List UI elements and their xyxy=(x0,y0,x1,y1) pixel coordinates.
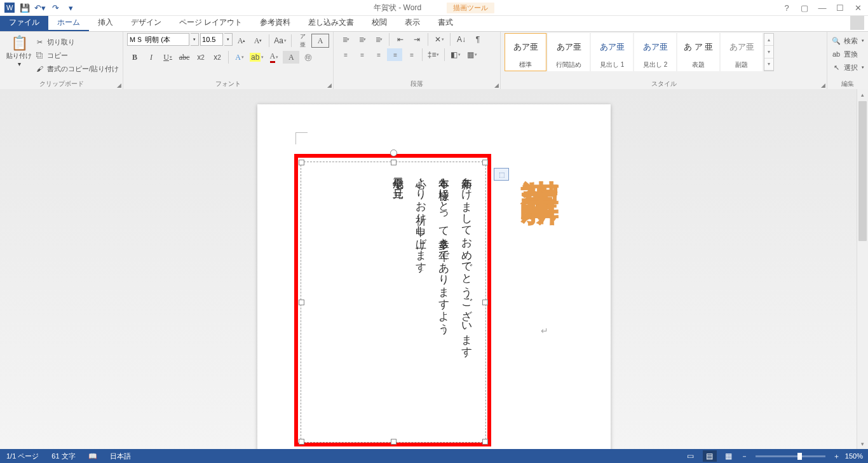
shrink-font-button[interactable]: A▾ xyxy=(250,34,266,47)
chevron-down-icon[interactable]: ▾ xyxy=(224,33,233,46)
resize-handle[interactable] xyxy=(299,160,304,165)
tab-page-layout[interactable]: ページ レイアウト xyxy=(170,14,251,31)
qat-customize-icon[interactable]: ▾ xyxy=(64,1,78,15)
help-icon[interactable]: ? xyxy=(780,3,793,13)
resize-handle[interactable] xyxy=(391,439,397,445)
style-title[interactable]: あ ア 亜表題 xyxy=(677,33,719,71)
print-layout-icon[interactable]: ▤ xyxy=(703,450,717,462)
tab-insert[interactable]: 挿入 xyxy=(89,14,122,31)
font-size-input[interactable] xyxy=(200,33,223,46)
scroll-up-icon[interactable]: ▴ xyxy=(857,89,868,100)
expand-gallery-icon[interactable]: ▾ xyxy=(764,59,773,71)
style-gallery-scroll[interactable]: ▴▾▾ xyxy=(764,33,774,71)
zoom-in-icon[interactable]: ＋ xyxy=(833,452,840,461)
layout-options-icon[interactable]: ⬚ xyxy=(494,168,509,181)
tab-file[interactable]: ファイル xyxy=(0,14,48,31)
page-count[interactable]: 1/1 ページ xyxy=(0,452,45,461)
align-center-v-button[interactable]: ≡ xyxy=(354,48,369,61)
asian-layout-button[interactable]: ✕▾ xyxy=(431,33,447,46)
borders-button[interactable]: ▦▾ xyxy=(465,48,480,61)
numbering-button[interactable]: ≣▾ xyxy=(354,33,369,46)
styles-dialog-launcher-icon[interactable]: ◢ xyxy=(821,82,825,88)
font-color-button[interactable]: A▾ xyxy=(266,51,281,64)
text-box-content[interactable]: 新年あけましておめでとうございます↵ 本年も皆様にとって幸多き年でありますよう↵… xyxy=(387,170,478,434)
distributed-button[interactable]: ≡ xyxy=(403,48,419,61)
format-painter-button[interactable]: 🖌書式のコピー/貼り付け xyxy=(34,62,119,75)
undo-icon[interactable]: ↶▾ xyxy=(33,1,47,15)
redo-icon[interactable]: ↷ xyxy=(48,1,62,15)
character-shading-button[interactable]: A xyxy=(283,51,299,64)
highlight-button[interactable]: ab▾ xyxy=(248,51,265,64)
language-status[interactable]: 日本語 xyxy=(104,452,137,461)
wordart-greeting[interactable]: 謹賀新年 xyxy=(520,149,560,159)
style-subtitle[interactable]: あア亜副題 xyxy=(721,33,763,71)
character-border-button[interactable]: A xyxy=(311,34,329,48)
italic-button[interactable]: I xyxy=(144,51,159,64)
underline-button[interactable]: U▾ xyxy=(160,51,175,64)
close-icon[interactable]: ✕ xyxy=(851,3,864,13)
bold-button[interactable]: B xyxy=(127,51,142,64)
show-hide-button[interactable]: ¶ xyxy=(470,33,485,46)
tab-review[interactable]: 校閲 xyxy=(363,14,396,31)
page[interactable]: 謹賀新年 ↵ 新年あけましておめでとうございます↵ 本年も皆様にとって幸多き年で… xyxy=(257,104,611,449)
text-effects-button[interactable]: A▾ xyxy=(232,51,247,64)
maximize-icon[interactable]: ☐ xyxy=(834,3,846,13)
word-count[interactable]: 61 文字 xyxy=(45,452,81,461)
style-normal[interactable]: あア亜標準 xyxy=(505,33,546,71)
resize-handle[interactable] xyxy=(482,300,488,305)
text-box[interactable]: 新年あけましておめでとうございます↵ 本年も皆様にとって幸多き年でありますよう↵… xyxy=(301,162,486,443)
zoom-slider[interactable] xyxy=(756,455,825,457)
chevron-down-icon[interactable]: ▾ xyxy=(191,33,199,46)
resize-handle[interactable] xyxy=(482,160,488,165)
phonetic-guide-button[interactable]: ア亜 xyxy=(295,34,310,47)
resize-handle[interactable] xyxy=(482,439,488,445)
tab-mailings[interactable]: 差し込み文書 xyxy=(299,14,363,31)
clipboard-dialog-launcher-icon[interactable]: ◢ xyxy=(117,82,121,88)
tab-home[interactable]: ホーム xyxy=(48,14,89,31)
change-case-button[interactable]: Aa▾ xyxy=(273,34,288,47)
find-button[interactable]: 🔍検索▾ xyxy=(831,34,864,47)
tab-references[interactable]: 参考資料 xyxy=(251,14,299,31)
zoom-out-icon[interactable]: － xyxy=(741,452,748,461)
sort-button[interactable]: A↓ xyxy=(454,33,469,46)
align-top-button[interactable]: ≡ xyxy=(337,48,353,61)
grow-font-button[interactable]: A▴ xyxy=(234,34,249,47)
zoom-level[interactable]: 150% xyxy=(845,452,863,460)
superscript-button[interactable]: x2 xyxy=(210,51,225,64)
subscript-button[interactable]: x2 xyxy=(193,51,208,64)
resize-handle[interactable] xyxy=(391,160,397,165)
minimize-icon[interactable]: ― xyxy=(816,3,829,13)
scroll-up-icon[interactable]: ▴ xyxy=(764,34,773,46)
paragraph-dialog-launcher-icon[interactable]: ◢ xyxy=(494,82,499,88)
style-heading1[interactable]: あア亜見出し 1 xyxy=(591,33,633,71)
enclose-characters-button[interactable]: ㊞ xyxy=(301,51,316,64)
save-icon[interactable]: 💾 xyxy=(18,1,32,15)
resize-handle[interactable] xyxy=(299,300,304,305)
font-name-combo[interactable]: ▾ xyxy=(127,33,199,46)
spell-check-icon[interactable]: 📖 xyxy=(82,452,104,460)
scroll-down-icon[interactable]: ▾ xyxy=(857,438,868,449)
vertical-scrollbar[interactable]: ▴ ▾ xyxy=(857,89,868,449)
document-area[interactable]: 謹賀新年 ↵ 新年あけましておめでとうございます↵ 本年も皆様にとって幸多き年で… xyxy=(0,89,868,449)
user-avatar[interactable] xyxy=(850,16,864,30)
tab-format[interactable]: 書式 xyxy=(429,14,462,31)
select-button[interactable]: ↖選択▾ xyxy=(831,61,864,74)
bullets-button[interactable]: ≣▾ xyxy=(337,33,353,46)
zoom-slider-thumb[interactable] xyxy=(797,453,802,460)
scroll-down-icon[interactable]: ▾ xyxy=(764,46,773,58)
scrollbar-track[interactable] xyxy=(857,241,868,438)
rotate-handle[interactable] xyxy=(390,149,397,156)
font-dialog-launcher-icon[interactable]: ◢ xyxy=(327,82,332,88)
decrease-indent-button[interactable]: ⇤ xyxy=(393,33,408,46)
style-heading2[interactable]: あア亜見出し 2 xyxy=(634,33,676,71)
replace-button[interactable]: ab置換 xyxy=(831,48,864,60)
tab-view[interactable]: 表示 xyxy=(396,14,429,31)
increase-indent-button[interactable]: ⇥ xyxy=(409,33,424,46)
read-mode-icon[interactable]: ▭ xyxy=(684,450,698,462)
align-bottom-button[interactable]: ≡ xyxy=(370,48,386,61)
copy-button[interactable]: ⿻コピー xyxy=(34,49,119,62)
line-spacing-button[interactable]: ‡≡▾ xyxy=(426,48,441,61)
font-name-input[interactable] xyxy=(127,33,189,46)
font-size-combo[interactable]: ▾ xyxy=(200,33,233,46)
align-justify-v-button[interactable]: ≡ xyxy=(387,48,402,61)
